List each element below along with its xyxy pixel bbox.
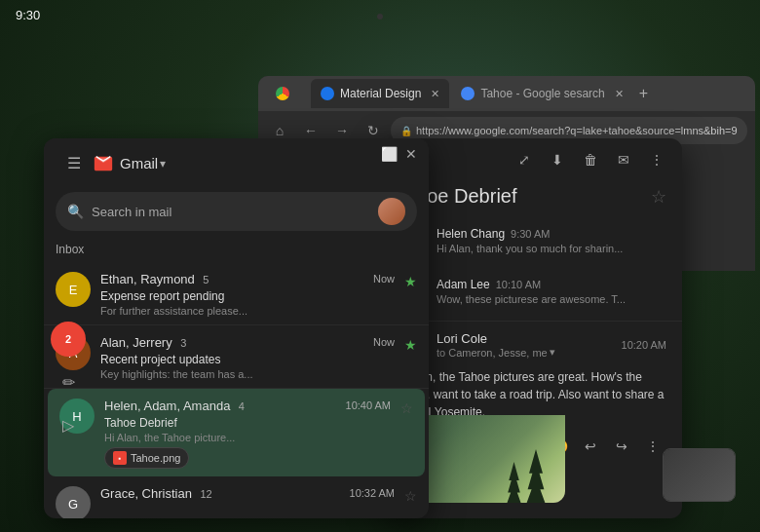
email-preview-2: Key highlights: the team has a... <box>100 368 395 380</box>
email-item-4[interactable]: G Grace, Christian 12 10:32 AM ☆ <box>44 476 429 518</box>
email-subject-1: Expense report pending <box>100 289 395 303</box>
archive-icon[interactable]: ⬇ <box>544 146 571 173</box>
email-count-3: 4 <box>239 400 245 412</box>
compose-icon[interactable]: ✏ <box>51 364 86 399</box>
email-sender-group-2: Alan, Jerrery 3 <box>100 333 186 351</box>
active-to-field: to Cameron, Jesse, me ▾ <box>437 346 555 359</box>
email-sender-2: Alan, Jerrery <box>100 335 172 350</box>
email-sender-group-4: Grace, Christian 12 <box>100 484 212 502</box>
gmail-titlebar: ☰ Gmail ▾ <box>44 138 429 188</box>
browser-tab-tahoe[interactable]: Tahoe - Google sesarch ✕ <box>451 79 632 108</box>
close-button[interactable]: ✕ <box>405 146 417 162</box>
email-star-4[interactable]: ☆ <box>404 488 417 504</box>
url-text: https://www.google.com/search?q=lake+tah… <box>416 125 738 136</box>
message-item-1[interactable]: Helen Chang 9:30 AM Hi Alan, thank you s… <box>388 219 674 266</box>
email-sender-4: Grace, Christian <box>100 486 192 501</box>
email-sender-1: Ethan, Raymond <box>100 272 195 286</box>
window-controls: ⬜ ✕ <box>381 146 417 162</box>
tahoe-tab-label: Tahoe - Google sesarch <box>480 87 604 100</box>
video-preview-tile <box>663 448 736 502</box>
browser-tab-chrome[interactable] <box>266 79 309 108</box>
webcam-indicator <box>377 14 383 19</box>
hamburger-menu[interactable]: ☰ <box>67 154 81 172</box>
email-preview-1: For further assistance please... <box>100 305 395 317</box>
reply-button[interactable]: ↩ <box>577 433 604 460</box>
message-header-2: Adam Lee 10:10 AM <box>437 278 666 291</box>
email-time-2: Now <box>373 336 395 348</box>
msg-preview-1: Hi Alan, thank you so much for sharin... <box>437 243 666 254</box>
to-chevron-icon: ▾ <box>550 346 555 359</box>
msg-time-1: 9:30 AM <box>511 228 550 240</box>
tab-close-material[interactable]: ✕ <box>431 88 439 100</box>
new-tab-button[interactable]: + <box>639 85 648 102</box>
mail-icon[interactable]: ✉ <box>610 146 637 173</box>
email-preview-3: Hi Alan, the Tahoe picture... <box>104 432 391 443</box>
active-to-text: to Cameron, Jesse, me <box>437 347 548 359</box>
msg-sender-1: Helen Chang <box>437 227 505 241</box>
email-sender-group-3: Helen, Adam, Amanda 4 <box>104 397 245 414</box>
gmail-logo <box>93 153 114 174</box>
active-sender-name: Lori Cole <box>437 331 555 346</box>
email-count-2: 3 <box>180 337 186 349</box>
msg-time-2: 10:10 AM <box>496 279 541 290</box>
material-design-favicon <box>321 87 334 100</box>
detail-star-button[interactable]: ☆ <box>651 186 666 208</box>
email-content-1: Ethan, Raymond 5 Now Expense report pend… <box>100 270 395 317</box>
attachment-badge: ▪ Tahoe.png <box>104 447 189 469</box>
search-icon: 🔍 <box>67 204 84 219</box>
active-msg-body: Hi Alan, the Tahoe pictures are great. H… <box>396 368 666 421</box>
delete-icon[interactable]: 🗑 <box>577 146 604 173</box>
browser-tab-material[interactable]: Material Design ✕ <box>311 79 449 108</box>
video-content <box>664 449 735 501</box>
gmail-title-text: Gmail <box>120 155 158 171</box>
gmail-search-bar[interactable]: 🔍 Search in mail <box>56 192 417 231</box>
forward-button[interactable]: ↪ <box>608 433 635 460</box>
tab-close-tahoe[interactable]: ✕ <box>615 88 624 100</box>
message-item-2[interactable]: Adam Lee 10:10 AM Wow, these picturese a… <box>388 270 674 317</box>
email-avatar-1: E <box>56 272 91 307</box>
active-msg-time: 10:20 AM <box>622 339 666 351</box>
email-item-2[interactable]: A Alan, Jerrery 3 Now Recent project upd… <box>44 325 429 389</box>
browser-tab-bar: Material Design ✕ Tahoe - Google sesarch… <box>258 76 755 111</box>
email-content-4: Grace, Christian 12 10:32 AM <box>100 484 395 504</box>
email-item-3[interactable]: H Helen, Adam, Amanda 4 10:40 AM Tahoe D… <box>48 389 425 476</box>
msg-sender-2: Adam Lee <box>437 278 490 291</box>
avatar-image <box>378 198 405 225</box>
email-header-2: Alan, Jerrery 3 Now <box>100 333 395 351</box>
email-time-1: Now <box>373 273 395 285</box>
attachment-name: Tahoe.png <box>131 452 180 464</box>
email-subject-3: Tahoe Debrief <box>104 416 391 430</box>
email-star-2[interactable]: ★ <box>404 337 417 353</box>
email-time-3: 10:40 AM <box>346 399 391 411</box>
google-favicon <box>461 87 475 100</box>
more-options-icon[interactable]: ⋮ <box>643 146 670 173</box>
tree-shape-1 <box>526 449 546 503</box>
expand-icon[interactable]: ⤢ <box>511 146 538 173</box>
message-content-1: Helen Chang 9:30 AM Hi Alan, thank you s… <box>437 227 666 254</box>
message-content-2: Adam Lee 10:10 AM Wow, these picturese a… <box>437 278 666 305</box>
attachment-file-icon: ▪ <box>113 451 127 465</box>
email-count-1: 5 <box>203 274 209 285</box>
active-msg-header: Lori Cole to Cameron, Jesse, me ▾ 10:20 … <box>396 329 666 361</box>
email-item-1[interactable]: E Ethan, Raymond 5 Now Expense report pe… <box>44 262 429 325</box>
email-content-2: Alan, Jerrery 3 Now Recent project updat… <box>100 333 395 380</box>
maximize-button[interactable]: ⬜ <box>381 146 398 162</box>
tree-shape-2 <box>507 462 521 503</box>
email-star-1[interactable]: ★ <box>404 274 417 289</box>
chrome-icon <box>276 87 289 100</box>
email-star-3[interactable]: ☆ <box>400 400 413 416</box>
active-sender-info: Lori Cole to Cameron, Jesse, me ▾ <box>437 331 555 359</box>
search-placeholder-text: Search in mail <box>92 205 370 219</box>
email-time-4: 10:32 AM <box>350 487 395 499</box>
lock-icon: 🔒 <box>400 126 412 136</box>
gmail-chevron-icon[interactable]: ▾ <box>160 157 166 171</box>
notification-icon[interactable]: 2 <box>51 322 86 357</box>
material-tab-label: Material Design <box>340 87 421 100</box>
email-header-4: Grace, Christian 12 10:32 AM <box>100 484 395 502</box>
user-avatar[interactable] <box>378 198 405 225</box>
gmail-sidebar: 2 ✏ ▷ <box>44 314 93 518</box>
video-icon[interactable]: ▷ <box>51 407 86 442</box>
email-header-3: Helen, Adam, Amanda 4 10:40 AM <box>104 397 391 414</box>
email-list: E Ethan, Raymond 5 Now Expense report pe… <box>44 262 429 518</box>
status-bar-time: 9:30 <box>16 8 40 22</box>
